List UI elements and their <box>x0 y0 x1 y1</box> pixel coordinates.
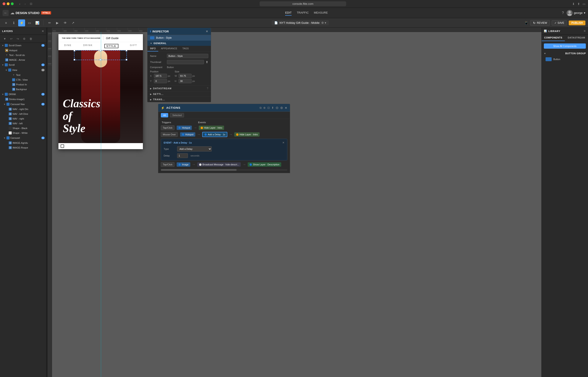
filter-all-button[interactable]: All <box>161 113 168 117</box>
export-icon[interactable]: ⬆ <box>272 106 274 109</box>
layers-toggle-button[interactable]: ≡ <box>3 19 10 26</box>
tab-appearance[interactable]: APPEARANCE <box>158 46 180 51</box>
save-button[interactable]: ✓ SAVE <box>552 20 567 25</box>
maximize-dot[interactable] <box>11 2 14 5</box>
list-item[interactable]: Shape - Black <box>2 126 46 130</box>
shape-button[interactable]: ▭ <box>26 19 33 26</box>
trigger-hotspot-1[interactable]: 🔵 Hotspot <box>177 126 192 130</box>
ad-checkbox[interactable] <box>61 144 64 148</box>
minimize-dot[interactable] <box>7 2 10 5</box>
actions-button[interactable]: ⚡ <box>18 19 25 26</box>
list-item[interactable]: 🖼 Product In <box>3 82 46 87</box>
undo-button[interactable]: ↩ <box>9 36 14 41</box>
user-dropdown-icon[interactable]: ▾ <box>584 11 585 14</box>
download-icon[interactable]: ⬇ <box>572 2 575 6</box>
actions-scrollbar-thumb[interactable] <box>161 169 237 171</box>
h-input[interactable] <box>179 79 192 83</box>
tab-datastream[interactable]: DATASTREAM <box>565 35 588 41</box>
layer-group-header-carousel[interactable]: ▼ Carousel 5 <box>2 135 46 141</box>
sidebar-icon[interactable]: ▭ <box>583 2 585 6</box>
thumbnail-input[interactable] <box>167 60 204 64</box>
ad-nav-drink[interactable]: DRINK <box>83 44 93 48</box>
inspector-general-header[interactable]: ▼ GENERAL <box>147 41 211 46</box>
layer-group-header-view[interactable]: ▼ View 4 <box>3 68 46 73</box>
layer-group-header-drink[interactable]: ▼ DRINK 3 <box>0 92 46 97</box>
list-item[interactable]: 🖼 IMAGE-Roque <box>2 145 46 150</box>
add-row-icon[interactable]: ⊕ <box>263 106 266 109</box>
tab-info[interactable]: INFO <box>148 46 158 51</box>
upload-button[interactable]: ⬆ <box>206 60 208 64</box>
datastream-help-icon[interactable]: ? <box>207 87 208 90</box>
nav-measure[interactable]: MEASURE <box>314 10 328 16</box>
tab-tags[interactable]: TAGS <box>180 46 191 51</box>
show-all-components-button[interactable]: Show All Components <box>544 43 586 49</box>
help-icon[interactable]: ? <box>562 11 564 15</box>
settings-row[interactable]: ▶ SETTI... <box>148 91 211 97</box>
redo-button[interactable]: ↪ <box>15 36 20 41</box>
layer-group-header-scroll-down[interactable]: ▼ Scroll Down 3 <box>0 43 46 48</box>
y-input[interactable] <box>154 79 167 83</box>
selection-handle-bl[interactable] <box>74 59 75 60</box>
trigger-hotspot-2[interactable]: 🔵 Hotspot <box>180 132 195 137</box>
delay-input[interactable] <box>177 153 188 158</box>
list-item[interactable]: 🖼 NAV - left <box>2 121 46 126</box>
data-button[interactable]: 📊 <box>34 19 41 26</box>
list-item[interactable]: 🖼 NAV - right <box>2 116 46 121</box>
filter-layers-button[interactable]: ▼ <box>2 36 7 41</box>
ad-nav-gift[interactable]: GIFT <box>130 44 137 48</box>
layer-settings-button[interactable]: ⚙ <box>22 36 27 41</box>
list-item[interactable]: 🖼 Backgrour <box>3 87 46 92</box>
list-item[interactable]: 🔲 Hotspot <box>0 48 46 53</box>
selection-handle-tl[interactable] <box>74 50 75 51</box>
list-item[interactable]: ▭ CTA - View <box>3 77 46 82</box>
share-icon[interactable]: ⬆ <box>577 2 580 6</box>
layers-panel-close[interactable]: ✕ <box>42 29 44 33</box>
add-icon[interactable]: ⊕ <box>280 106 283 110</box>
selection-handle-br[interactable] <box>125 59 127 60</box>
library-item-button[interactable]: Button <box>544 56 586 62</box>
transform-row[interactable]: ▶ TRANS... <box>148 97 211 102</box>
library-section-button-group[interactable]: ▼ BUTTON GROUP <box>544 51 586 56</box>
trigger-mouse-over[interactable]: Mouse Over <box>161 132 178 137</box>
trigger-tap-click-3[interactable]: Tap/Click <box>161 162 175 167</box>
delete-layer-button[interactable]: 🗑 <box>28 36 33 41</box>
layer-group-header-carousel-nav[interactable]: ▼ Carousel Nav 6 <box>2 102 46 107</box>
x-input[interactable] <box>154 74 167 78</box>
review-button[interactable]: ↻ REVIEW <box>530 20 550 26</box>
preview-button[interactable]: 👁 <box>62 19 69 26</box>
close-dot[interactable] <box>3 2 5 5</box>
list-item[interactable]: T Text - Scroll do <box>0 53 46 58</box>
list-item[interactable]: 🖼 IMAGE - Arrow <box>0 58 46 62</box>
list-item[interactable]: Shape - White <box>2 130 46 135</box>
ad-nav-dine[interactable]: DINE <box>64 44 72 48</box>
publish-button[interactable]: PUBLISH <box>569 21 585 25</box>
name-input[interactable] <box>167 54 208 58</box>
trigger-tap-click-1[interactable]: Tap/Click <box>161 125 175 130</box>
list-item[interactable]: 🖼 NAV - right Din <box>2 107 46 112</box>
mobile-preview-button[interactable]: 📱 <box>524 21 528 25</box>
info-button[interactable]: ℹ <box>10 19 17 26</box>
inspector-close-button[interactable]: ✕ <box>206 30 208 33</box>
copy-icon[interactable]: ⧉ <box>260 106 262 110</box>
trigger-image-3[interactable]: 🔵 Image <box>177 162 190 167</box>
actions-close-button[interactable]: ✕ <box>285 106 287 110</box>
type-select[interactable]: Add a Delay <box>177 146 212 152</box>
play-button[interactable]: ▶ <box>54 19 61 26</box>
layer-group-header-scroll[interactable]: ▼ Scroll 1 <box>0 62 46 68</box>
event-hide-layer-1[interactable]: 🟠 Hide Layer · Intro <box>199 126 224 130</box>
tab-components[interactable]: COMPONENTS <box>542 35 565 41</box>
ad-nav-style[interactable]: STYLE <box>104 44 118 48</box>
nav-traffic[interactable]: TRAFFIC <box>297 10 309 16</box>
pen-button[interactable]: ✏ <box>46 19 53 26</box>
event-hide-layer-2[interactable]: 🟠 Hide Layer · Intro <box>234 132 259 137</box>
nav-edit[interactable]: EDIT <box>285 10 292 16</box>
project-settings-button[interactable]: ⚙ ▾ <box>321 21 326 24</box>
app-back-button[interactable]: ← <box>3 10 9 16</box>
arrow-button[interactable]: ↗ <box>70 19 76 26</box>
forward-button[interactable]: › <box>23 2 27 6</box>
indent-icon[interactable]: ⊡ <box>267 106 270 109</box>
event-add-delay[interactable]: 🔵 Add a Delay · 1s <box>202 132 227 137</box>
list-item[interactable]: 🖼 Drinks-Image1 <box>0 97 46 102</box>
list-item[interactable]: T Text <box>3 73 46 77</box>
selection-handle-tr[interactable] <box>125 50 127 51</box>
